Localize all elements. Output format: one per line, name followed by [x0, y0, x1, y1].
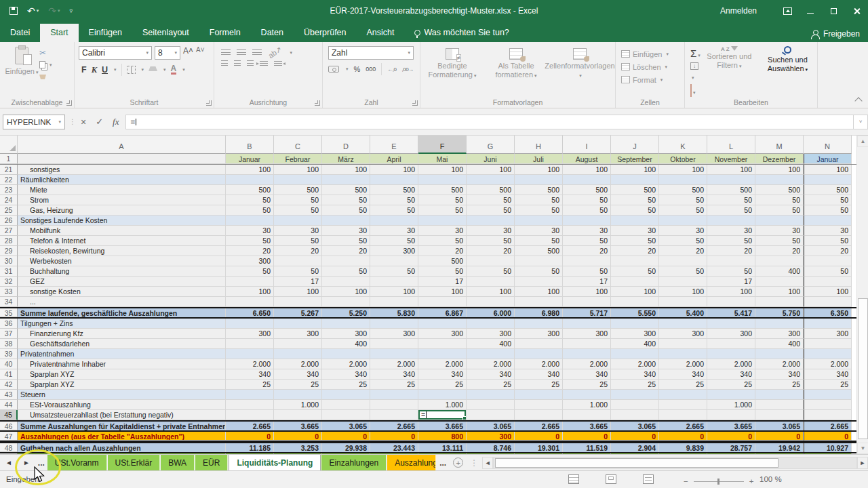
cell[interactable]: 25: [563, 380, 611, 390]
cell[interactable]: [515, 400, 563, 410]
cell[interactable]: [611, 175, 659, 185]
cell[interactable]: 20: [322, 246, 370, 256]
cell[interactable]: 2.665: [659, 422, 707, 430]
cell[interactable]: 50: [226, 236, 274, 246]
cell[interactable]: 0: [370, 432, 418, 441]
column-header-L[interactable]: L: [707, 136, 755, 154]
cell[interactable]: [563, 390, 611, 400]
cell[interactable]: [418, 216, 467, 226]
cell[interactable]: 20: [467, 246, 515, 256]
cell[interactable]: 300: [563, 329, 611, 339]
sheet-tab-ust-erklär[interactable]: USt.Erklär: [108, 455, 161, 471]
cell[interactable]: 100: [611, 287, 659, 297]
cell[interactable]: [611, 410, 659, 420]
row-label[interactable]: Miete: [18, 185, 226, 195]
row-label[interactable]: Sparplan XYZ: [18, 369, 226, 380]
cell[interactable]: [515, 175, 563, 185]
cell[interactable]: 100: [370, 287, 418, 297]
cell[interactable]: [322, 349, 370, 359]
cell[interactable]: 6.867: [418, 308, 467, 317]
row-header-47[interactable]: 47: [0, 432, 18, 441]
cell[interactable]: 500: [563, 185, 611, 195]
cell[interactable]: [370, 256, 418, 266]
cell[interactable]: [322, 175, 370, 185]
cell[interactable]: [563, 256, 611, 266]
scroll-right-icon[interactable]: ►: [857, 457, 868, 469]
cell[interactable]: 25: [370, 380, 418, 390]
month-header-cell[interactable]: November: [707, 154, 755, 164]
format-cells-button[interactable]: Format▾: [621, 73, 684, 86]
cell[interactable]: [611, 216, 659, 226]
column-header-D[interactable]: D: [322, 136, 370, 154]
cell[interactable]: 100: [659, 287, 707, 297]
cell[interactable]: 50: [322, 236, 370, 246]
restore-button[interactable]: [822, 0, 845, 22]
bold-button[interactable]: F: [81, 65, 87, 75]
cell[interactable]: [755, 216, 804, 226]
cell[interactable]: [659, 410, 707, 420]
cell[interactable]: [467, 216, 515, 226]
cell[interactable]: 20: [274, 246, 322, 256]
cell[interactable]: 3.065: [611, 422, 659, 430]
cell[interactable]: 3.665: [274, 422, 322, 430]
cell[interactable]: 50: [659, 236, 707, 246]
orientation-button[interactable]: ab↗: [267, 45, 283, 60]
cell[interactable]: [804, 277, 852, 287]
cell[interactable]: 340: [804, 369, 852, 380]
tell-me-box[interactable]: Was möchten Sie tun?: [405, 24, 519, 42]
cell[interactable]: [226, 349, 274, 359]
row-header-37[interactable]: 37: [0, 329, 18, 339]
cell[interactable]: 6.650: [226, 308, 274, 317]
cell[interactable]: 100: [804, 287, 852, 297]
borders-button[interactable]: [127, 66, 136, 74]
cell[interactable]: [707, 297, 755, 307]
cell[interactable]: [274, 410, 322, 420]
cell[interactable]: [755, 400, 804, 410]
cell[interactable]: 50: [563, 195, 611, 205]
row-header-30[interactable]: 30: [0, 256, 18, 266]
cell[interactable]: [274, 297, 322, 307]
cell[interactable]: 0: [755, 432, 804, 441]
cell[interactable]: 100: [611, 165, 659, 175]
column-header-A[interactable]: A: [18, 136, 226, 154]
cell[interactable]: [226, 390, 274, 400]
cell[interactable]: 100: [707, 165, 755, 175]
cell[interactable]: [611, 256, 659, 266]
cell[interactable]: 25: [515, 380, 563, 390]
row-header-28[interactable]: 28: [0, 236, 18, 246]
month-header-cell[interactable]: Juli: [515, 154, 563, 164]
cell[interactable]: 5.250: [322, 308, 370, 317]
cell[interactable]: 6.980: [515, 308, 563, 317]
cell[interactable]: [804, 297, 852, 307]
cell[interactable]: 340: [418, 369, 467, 380]
increase-indent-button[interactable]: [274, 61, 282, 67]
cell[interactable]: 500: [804, 185, 852, 195]
cell[interactable]: 1.000: [418, 400, 467, 410]
cell[interactable]: 100: [370, 165, 418, 175]
month-header-cell[interactable]: April: [370, 154, 418, 164]
cell[interactable]: 2.665: [515, 422, 563, 430]
cell[interactable]: 100: [515, 287, 563, 297]
column-header-E[interactable]: E: [370, 136, 418, 154]
cell[interactable]: [755, 297, 804, 307]
ribbon-tab-überprüfen[interactable]: Überprüfen: [294, 24, 357, 42]
cell[interactable]: [226, 216, 274, 226]
month-header-cell[interactable]: Juni: [467, 154, 515, 164]
column-header-I[interactable]: I: [563, 136, 611, 154]
cell[interactable]: [563, 410, 611, 420]
cell[interactable]: 3.665: [563, 422, 611, 430]
row-header-45[interactable]: 45: [0, 410, 18, 420]
row-label[interactable]: sonstige Kosten: [18, 287, 226, 297]
cell[interactable]: 500: [515, 246, 563, 256]
cell[interactable]: 50: [467, 236, 515, 246]
sheet-tab-eür[interactable]: EÜR: [195, 455, 228, 471]
cell[interactable]: 3.253: [274, 443, 322, 452]
cell[interactable]: 2.000: [515, 359, 563, 369]
row-label[interactable]: Werbekosten: [18, 256, 226, 266]
cell[interactable]: 3.065: [755, 422, 804, 430]
cell[interactable]: 0: [226, 432, 274, 441]
cell[interactable]: 19.942: [755, 443, 804, 452]
cell[interactable]: 29.938: [322, 443, 370, 452]
cell[interactable]: 100: [226, 287, 274, 297]
cell[interactable]: [804, 349, 852, 359]
